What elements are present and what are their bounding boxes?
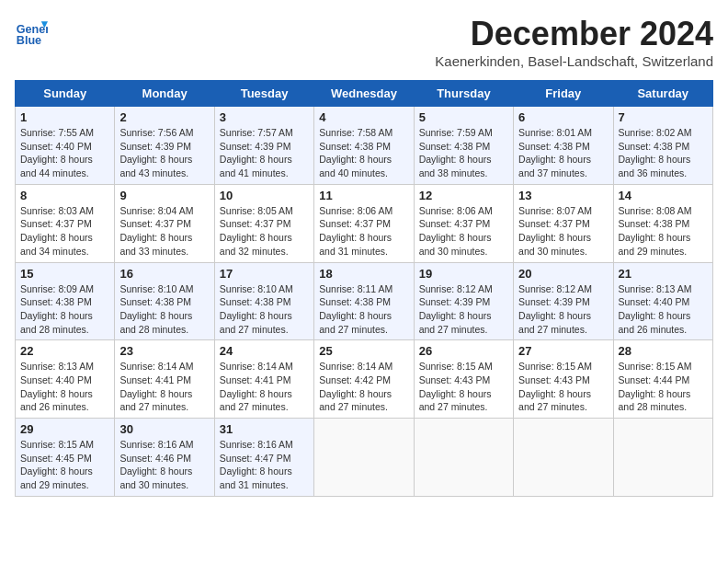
day-detail: Sunrise: 8:13 AMSunset: 4:40 PMDaylight:…	[619, 283, 692, 335]
calendar-cell: 14 Sunrise: 8:08 AMSunset: 4:38 PMDaylig…	[613, 184, 712, 262]
calendar-cell: 29 Sunrise: 8:15 AMSunset: 4:45 PMDaylig…	[16, 419, 115, 497]
svg-text:Blue: Blue	[17, 34, 41, 47]
day-detail: Sunrise: 7:59 AMSunset: 4:38 PMDaylight:…	[419, 127, 493, 178]
day-number: 27	[518, 344, 608, 358]
day-number: 20	[518, 267, 608, 281]
page-header: General Blue December 2024 Kaenerkinden,…	[15, 15, 713, 76]
day-detail: Sunrise: 8:14 AMSunset: 4:41 PMDaylight:…	[220, 361, 293, 412]
calendar-cell: 1 Sunrise: 7:55 AMSunset: 4:40 PMDayligh…	[16, 107, 115, 185]
calendar-week-1: 1 Sunrise: 7:55 AMSunset: 4:40 PMDayligh…	[16, 107, 713, 185]
logo: General Blue	[15, 15, 51, 48]
calendar-cell: 23 Sunrise: 8:14 AMSunset: 4:41 PMDaylig…	[115, 340, 214, 419]
calendar-cell	[613, 419, 712, 497]
calendar-week-5: 29 Sunrise: 8:15 AMSunset: 4:45 PMDaylig…	[16, 419, 713, 497]
day-number: 13	[518, 189, 608, 202]
calendar-cell: 10 Sunrise: 8:05 AMSunset: 4:37 PMDaylig…	[214, 184, 313, 262]
day-number: 7	[619, 110, 708, 124]
calendar-cell: 25 Sunrise: 8:14 AMSunset: 4:42 PMDaylig…	[314, 340, 414, 419]
day-detail: Sunrise: 8:13 AMSunset: 4:40 PMDaylight:…	[20, 361, 94, 412]
day-number: 1	[20, 110, 109, 124]
day-number: 8	[20, 189, 109, 202]
day-detail: Sunrise: 8:02 AMSunset: 4:38 PMDaylight:…	[619, 127, 692, 178]
day-number: 21	[619, 267, 708, 281]
day-detail: Sunrise: 7:58 AMSunset: 4:38 PMDaylight:…	[319, 127, 392, 178]
weekday-header-thursday: Thursday	[414, 81, 513, 107]
day-detail: Sunrise: 8:05 AMSunset: 4:37 PMDaylight:…	[220, 205, 293, 257]
month-title: December 2024	[435, 15, 713, 53]
day-detail: Sunrise: 8:12 AMSunset: 4:39 PMDaylight:…	[518, 283, 592, 335]
calendar-cell: 6 Sunrise: 8:01 AMSunset: 4:38 PMDayligh…	[514, 107, 613, 185]
day-number: 22	[20, 344, 109, 358]
day-number: 16	[119, 267, 209, 281]
calendar-cell: 20 Sunrise: 8:12 AMSunset: 4:39 PMDaylig…	[514, 262, 613, 340]
day-detail: Sunrise: 7:57 AMSunset: 4:39 PMDaylight:…	[220, 127, 293, 178]
weekday-header-row: SundayMondayTuesdayWednesdayThursdayFrid…	[16, 81, 713, 107]
calendar-week-2: 8 Sunrise: 8:03 AMSunset: 4:37 PMDayligh…	[16, 184, 713, 262]
day-detail: Sunrise: 8:03 AMSunset: 4:37 PMDaylight:…	[20, 205, 94, 257]
day-detail: Sunrise: 8:12 AMSunset: 4:39 PMDaylight:…	[419, 283, 493, 335]
calendar-cell: 8 Sunrise: 8:03 AMSunset: 4:37 PMDayligh…	[16, 184, 115, 262]
calendar-cell: 21 Sunrise: 8:13 AMSunset: 4:40 PMDaylig…	[613, 262, 712, 340]
day-detail: Sunrise: 7:56 AMSunset: 4:39 PMDaylight:…	[119, 127, 193, 178]
day-number: 29	[20, 422, 109, 436]
calendar-cell	[414, 419, 513, 497]
day-detail: Sunrise: 8:06 AMSunset: 4:37 PMDaylight:…	[419, 205, 493, 257]
calendar-cell: 30 Sunrise: 8:16 AMSunset: 4:46 PMDaylig…	[115, 419, 214, 497]
calendar-cell	[514, 419, 613, 497]
calendar-cell: 9 Sunrise: 8:04 AMSunset: 4:37 PMDayligh…	[115, 184, 214, 262]
day-number: 28	[619, 344, 708, 358]
day-detail: Sunrise: 8:10 AMSunset: 4:38 PMDaylight:…	[119, 283, 193, 335]
day-detail: Sunrise: 8:07 AMSunset: 4:37 PMDaylight:…	[518, 205, 592, 257]
calendar-cell: 28 Sunrise: 8:15 AMSunset: 4:44 PMDaylig…	[613, 340, 712, 419]
calendar-cell: 17 Sunrise: 8:10 AMSunset: 4:38 PMDaylig…	[214, 262, 313, 340]
calendar-cell: 31 Sunrise: 8:16 AMSunset: 4:47 PMDaylig…	[214, 419, 313, 497]
calendar-cell: 11 Sunrise: 8:06 AMSunset: 4:37 PMDaylig…	[314, 184, 414, 262]
calendar-cell: 3 Sunrise: 7:57 AMSunset: 4:39 PMDayligh…	[214, 107, 313, 185]
calendar-cell: 24 Sunrise: 8:14 AMSunset: 4:41 PMDaylig…	[214, 340, 313, 419]
day-detail: Sunrise: 8:14 AMSunset: 4:42 PMDaylight:…	[319, 361, 392, 412]
day-number: 25	[319, 344, 408, 358]
calendar-cell: 4 Sunrise: 7:58 AMSunset: 4:38 PMDayligh…	[314, 107, 414, 185]
day-number: 15	[20, 267, 109, 281]
calendar-cell: 26 Sunrise: 8:15 AMSunset: 4:43 PMDaylig…	[414, 340, 513, 419]
day-number: 17	[220, 267, 309, 281]
calendar-cell: 15 Sunrise: 8:09 AMSunset: 4:38 PMDaylig…	[16, 262, 115, 340]
weekday-header-sunday: Sunday	[16, 81, 115, 107]
calendar-cell: 5 Sunrise: 7:59 AMSunset: 4:38 PMDayligh…	[414, 107, 513, 185]
calendar-cell: 27 Sunrise: 8:15 AMSunset: 4:43 PMDaylig…	[514, 340, 613, 419]
day-detail: Sunrise: 8:08 AMSunset: 4:38 PMDaylight:…	[619, 205, 692, 257]
day-detail: Sunrise: 8:06 AMSunset: 4:37 PMDaylight:…	[319, 205, 392, 257]
day-number: 19	[419, 267, 508, 281]
title-block: December 2024 Kaenerkinden, Basel-Landsc…	[435, 15, 713, 76]
day-number: 3	[220, 110, 309, 124]
calendar-cell	[314, 419, 414, 497]
day-detail: Sunrise: 8:14 AMSunset: 4:41 PMDaylight:…	[119, 361, 193, 412]
day-number: 12	[419, 189, 508, 202]
day-number: 6	[518, 110, 608, 124]
location-title: Kaenerkinden, Basel-Landschaft, Switzerl…	[435, 53, 713, 69]
day-number: 23	[119, 344, 209, 358]
calendar-body: 1 Sunrise: 7:55 AMSunset: 4:40 PMDayligh…	[16, 107, 713, 497]
day-detail: Sunrise: 8:09 AMSunset: 4:38 PMDaylight:…	[20, 283, 94, 335]
calendar-cell: 13 Sunrise: 8:07 AMSunset: 4:37 PMDaylig…	[514, 184, 613, 262]
calendar-week-3: 15 Sunrise: 8:09 AMSunset: 4:38 PMDaylig…	[16, 262, 713, 340]
day-detail: Sunrise: 7:55 AMSunset: 4:40 PMDaylight:…	[20, 127, 94, 178]
day-number: 24	[220, 344, 309, 358]
day-detail: Sunrise: 8:15 AMSunset: 4:43 PMDaylight:…	[518, 361, 592, 412]
day-detail: Sunrise: 8:10 AMSunset: 4:38 PMDaylight:…	[220, 283, 293, 335]
day-detail: Sunrise: 8:15 AMSunset: 4:44 PMDaylight:…	[619, 361, 692, 412]
day-detail: Sunrise: 8:01 AMSunset: 4:38 PMDaylight:…	[518, 127, 592, 178]
day-number: 30	[119, 422, 209, 436]
calendar-cell: 18 Sunrise: 8:11 AMSunset: 4:38 PMDaylig…	[314, 262, 414, 340]
day-detail: Sunrise: 8:11 AMSunset: 4:38 PMDaylight:…	[319, 283, 392, 335]
calendar-week-4: 22 Sunrise: 8:13 AMSunset: 4:40 PMDaylig…	[16, 340, 713, 419]
calendar-cell: 7 Sunrise: 8:02 AMSunset: 4:38 PMDayligh…	[613, 107, 712, 185]
day-number: 4	[319, 110, 408, 124]
weekday-header-tuesday: Tuesday	[214, 81, 313, 107]
day-number: 18	[319, 267, 408, 281]
day-detail: Sunrise: 8:15 AMSunset: 4:45 PMDaylight:…	[20, 439, 94, 490]
calendar-cell: 2 Sunrise: 7:56 AMSunset: 4:39 PMDayligh…	[115, 107, 214, 185]
day-number: 2	[119, 110, 209, 124]
day-number: 26	[419, 344, 508, 358]
day-detail: Sunrise: 8:16 AMSunset: 4:47 PMDaylight:…	[220, 439, 293, 490]
